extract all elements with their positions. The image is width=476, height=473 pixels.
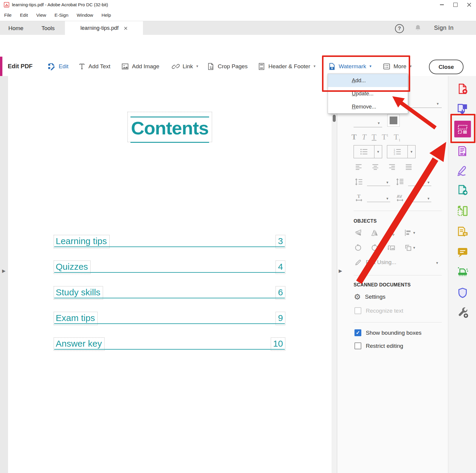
export-pdf-tool[interactable]	[456, 103, 469, 115]
tab-home[interactable]: Home	[0, 21, 32, 35]
toc-row[interactable]: Exam tips 9	[54, 311, 285, 324]
redact-tool[interactable]	[456, 145, 468, 157]
bell-icon	[414, 24, 422, 32]
enhance-scans-tool[interactable]	[456, 266, 469, 279]
show-bounding-boxes-checkbox[interactable]: ✓	[354, 329, 361, 336]
link-button[interactable]: Link ▼	[172, 57, 199, 76]
numbered-list-button[interactable]: 123	[387, 145, 408, 158]
recognize-text-checkbox-row[interactable]: Recognize text	[354, 307, 403, 314]
chevron-down-icon: ▼	[377, 150, 380, 153]
crop-pages-button[interactable]: Crop Pages	[207, 57, 248, 76]
sign-in-button[interactable]: Sign In	[434, 24, 454, 31]
maximize-button[interactable]	[449, 0, 462, 10]
toc-row[interactable]: Study skills 6	[54, 285, 285, 298]
tab-tools[interactable]: Tools	[33, 21, 63, 35]
toc-row[interactable]: Learning tips 3	[54, 234, 285, 247]
menu-view[interactable]: View	[32, 13, 50, 18]
arrange-objects-button[interactable]: ▼	[404, 244, 416, 252]
align-right-button[interactable]	[388, 163, 396, 171]
chevron-down-icon: ▼	[313, 65, 316, 68]
chevron-down-icon: ▼	[410, 150, 413, 153]
close-window-button[interactable]	[462, 0, 476, 10]
watermark-menu-remove[interactable]: Remove...	[328, 100, 408, 113]
bullet-list-options-button[interactable]: ▼	[374, 145, 382, 158]
more-tools-rail-button[interactable]	[456, 306, 469, 319]
align-center-button[interactable]	[371, 163, 379, 171]
menu-help[interactable]: Help	[97, 13, 115, 18]
restrict-editing-row[interactable]: Restrict editing	[354, 342, 403, 349]
bold-button[interactable]: T	[351, 133, 357, 142]
collapse-panel-button[interactable]: ▶	[339, 269, 342, 273]
crop-object-button[interactable]	[387, 229, 396, 237]
underline-button[interactable]: T	[372, 133, 377, 142]
document-page[interactable]: Contents Learning tips 3 Quizzes 4 Study…	[8, 76, 332, 473]
rotate-left-button[interactable]	[354, 244, 363, 252]
flip-horizontal-button[interactable]	[370, 229, 379, 237]
request-signatures-tool[interactable]	[456, 226, 469, 238]
create-pdf-tool[interactable]	[456, 83, 469, 95]
expand-left-pane-button[interactable]: ▶	[2, 269, 6, 273]
bullet-list-button[interactable]	[354, 145, 374, 158]
font-size-select[interactable]: ▼	[354, 119, 382, 127]
link-label: Link	[183, 63, 193, 70]
header-footer-button[interactable]: Header & Footer ▼	[257, 57, 316, 76]
document-title-block[interactable]: Contents	[127, 112, 212, 142]
recognize-text-checkbox[interactable]	[354, 307, 361, 314]
align-objects-button[interactable]: ▼	[404, 229, 416, 237]
restrict-editing-checkbox[interactable]	[354, 342, 361, 349]
toc-row[interactable]: Quizzes 4	[54, 260, 285, 273]
scrollbar-thumb[interactable]	[333, 115, 336, 122]
vertical-scrollbar[interactable]	[332, 76, 337, 473]
crop-resize-tool[interactable]	[456, 205, 469, 217]
rotate-right-button[interactable]	[370, 244, 379, 252]
scanned-documents-heading: SCANNED DOCUMENTS	[354, 282, 411, 288]
subscript-button[interactable]: T1	[394, 133, 400, 142]
recognize-text-label: Recognize text	[366, 308, 403, 314]
crop-resize-icon	[456, 205, 469, 217]
menu-edit[interactable]: Edit	[16, 13, 32, 18]
protect-tool[interactable]	[457, 287, 469, 299]
numbered-list-options-button[interactable]: ▼	[408, 145, 416, 158]
menu-item-rest: emove...	[356, 104, 376, 110]
menu-window[interactable]: Window	[73, 13, 97, 18]
menu-file[interactable]: File	[0, 13, 16, 18]
font-color-swatch[interactable]	[387, 114, 400, 127]
edit-button[interactable]: Edit	[47, 57, 69, 76]
flip-vertical-button[interactable]	[354, 229, 363, 237]
notifications-button[interactable]	[414, 24, 422, 32]
close-label: Close	[438, 64, 454, 70]
line-spacing-select[interactable]: ▼	[367, 179, 390, 186]
chevron-down-icon: ▼	[386, 181, 389, 184]
align-left-button[interactable]	[354, 163, 363, 171]
title-bar: learning-tips.pdf - Adobe Acrobat Pro DC…	[0, 0, 476, 10]
send-for-review-tool[interactable]	[456, 184, 469, 196]
fill-sign-tool[interactable]	[456, 165, 469, 177]
help-button[interactable]: ?	[395, 24, 404, 33]
chevron-down-icon: ▼	[386, 197, 389, 200]
svg-text:T: T	[357, 193, 361, 199]
close-edit-pdf-button[interactable]: Close	[429, 60, 463, 74]
superscript-button[interactable]: T1	[382, 133, 388, 142]
tab-document[interactable]: learning-tips.pdf	[65, 21, 143, 35]
menu-esign[interactable]: E-Sign	[50, 13, 73, 18]
replace-image-button[interactable]	[387, 244, 396, 252]
toc-row[interactable]: Answer key 10	[54, 336, 285, 350]
add-text-button[interactable]: Add Text	[78, 57, 111, 76]
add-image-button[interactable]: Add Image	[121, 57, 159, 76]
align-justify-button[interactable]	[405, 163, 413, 171]
paragraph-spacing-icon	[396, 177, 405, 186]
paragraph-spacing-select[interactable]: ▼	[408, 179, 431, 186]
italic-button[interactable]: T	[362, 133, 366, 142]
link-icon	[172, 62, 180, 71]
comment-tool[interactable]	[456, 246, 469, 258]
scan-settings-button[interactable]: ⚙ Settings	[354, 293, 385, 301]
maximize-icon	[453, 3, 458, 7]
show-bounding-boxes-row[interactable]: ✓ Show bounding boxes	[354, 329, 421, 336]
edit-using-button[interactable]: Edit Using...	[354, 258, 396, 266]
close-tab-icon[interactable]	[124, 27, 127, 30]
minimize-button[interactable]	[435, 0, 449, 10]
chevron-down-icon: ▼	[413, 246, 416, 249]
edit-pdf-panel-label: Edit PDF	[8, 57, 32, 76]
horizontal-scale-select[interactable]: ▼	[367, 195, 390, 202]
character-spacing-select[interactable]: ▼	[408, 195, 431, 202]
